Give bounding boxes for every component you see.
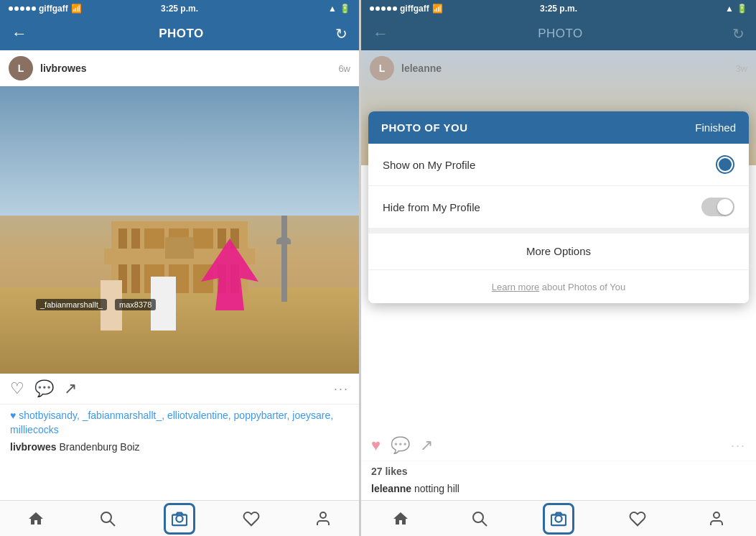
comment-icon-right[interactable]: 💬 — [391, 436, 410, 455]
nav-bar-right: ← PHOTO ↻ — [361, 17, 756, 50]
post-username-left[interactable]: livbrowes — [40, 63, 331, 74]
learn-more-link[interactable]: Learn more — [492, 282, 539, 292]
time-display: 3:25 p.m. — [161, 4, 198, 14]
modal-header: PHOTO OF YOU Finished — [368, 111, 749, 144]
lamp-head — [276, 237, 291, 244]
nav-profile-left[interactable] — [307, 503, 339, 535]
battery-icon: 🔋 — [340, 4, 350, 14]
caption-username-right[interactable]: leleanne — [371, 483, 411, 494]
carrier-label: giffgaff — [39, 4, 68, 14]
comment-icon[interactable]: 💬 — [34, 379, 54, 398]
finished-button[interactable]: Finished — [695, 121, 736, 134]
lamp-post — [281, 216, 287, 302]
preview-username[interactable]: leleanne — [401, 63, 728, 74]
nav-camera-left[interactable] — [164, 503, 195, 535]
learn-more-text: Learn more about Photos of You — [492, 282, 625, 292]
caption-username[interactable]: livbrowes — [10, 441, 57, 453]
right-phone: giffgaff 📶 3:25 p.m. ▲ 🔋 ← PHOTO ↻ L lel… — [359, 0, 756, 536]
svg-line-2 — [110, 521, 115, 526]
nav-activity-right[interactable] — [622, 503, 653, 535]
preview-header: L leleanne 3w — [361, 50, 756, 86]
hide-from-profile-toggle[interactable] — [701, 198, 734, 216]
more-icon-right[interactable]: ··· — [731, 438, 746, 453]
svg-line-7 — [482, 521, 487, 526]
share-icon[interactable]: ↗ — [64, 379, 77, 398]
bottom-nav-right — [361, 500, 756, 536]
photo-of-you-modal: PHOTO OF YOU Finished Show on My Profile… — [368, 111, 749, 303]
nav-camera-right[interactable] — [543, 503, 574, 535]
wifi-icon-right: 📶 — [432, 4, 443, 14]
nav-title-right: PHOTO — [538, 27, 583, 41]
nav-search-left[interactable] — [92, 503, 123, 535]
svg-point-8 — [555, 515, 561, 522]
nav-bar-left: ← PHOTO ↻ — [0, 17, 359, 50]
nav-home-right[interactable] — [385, 503, 416, 535]
location-icon-right: ▲ — [725, 4, 734, 14]
svg-rect-9 — [551, 514, 566, 525]
refresh-icon-right[interactable]: ↻ — [732, 25, 745, 42]
action-bar-left: ♡ 💬 ↗ ··· — [0, 374, 359, 405]
more-options-label: More Options — [526, 245, 591, 257]
back-button[interactable]: ← — [11, 24, 27, 43]
nav-search-right[interactable] — [464, 503, 495, 535]
show-on-profile-label: Show on My Profile — [383, 159, 475, 171]
carrier-label-right: giffgaff — [400, 4, 429, 14]
hide-from-profile-option[interactable]: Hide from My Profile — [368, 185, 749, 228]
likes-count: 27 likes — [371, 466, 408, 477]
time-display-right: 3:25 p.m. — [540, 4, 577, 14]
svg-point-5 — [320, 512, 326, 518]
modal-title: PHOTO OF YOU — [381, 121, 467, 134]
signal-dots — [9, 6, 36, 11]
modal-divider — [368, 228, 749, 234]
toggle-thumb — [717, 199, 733, 215]
status-bar-left: giffgaff 📶 3:25 p.m. ▲ 🔋 — [0, 0, 359, 17]
refresh-icon[interactable]: ↻ — [335, 25, 347, 42]
nav-profile-right[interactable] — [701, 503, 732, 535]
preview-time: 3w — [735, 63, 747, 74]
svg-point-3 — [176, 515, 182, 522]
location-icon: ▲ — [328, 4, 337, 14]
nav-title-left: PHOTO — [159, 27, 204, 41]
svg-point-6 — [473, 512, 483, 522]
status-bar-right: giffgaff 📶 3:25 p.m. ▲ 🔋 — [361, 0, 756, 17]
caption-text-right: notting hill — [414, 483, 459, 494]
wifi-icon: 📶 — [71, 4, 82, 14]
radio-inner-selected — [719, 158, 732, 171]
sky-bg — [0, 86, 359, 216]
learn-more-section: Learn more about Photos of You — [368, 269, 749, 303]
post-header-left: L livbrowes 6w — [0, 50, 359, 86]
back-button-right[interactable]: ← — [373, 24, 388, 43]
like-icon-right[interactable]: ♥ — [371, 436, 381, 455]
show-on-profile-radio[interactable] — [716, 155, 734, 174]
learn-more-suffix: about Photos of You — [539, 282, 625, 292]
more-options-button[interactable]: More Options — [368, 234, 749, 269]
quadriga — [165, 237, 194, 259]
post-time-left: 6w — [338, 63, 350, 74]
action-bar-right: ♥ 💬 ↗ ··· — [361, 430, 756, 461]
battery-icon-right: 🔋 — [737, 4, 747, 14]
nav-activity-left[interactable] — [235, 503, 267, 535]
svg-point-1 — [101, 512, 111, 522]
tag-label-1[interactable]: _fabianmarshallt_ — [36, 299, 107, 310]
avatar-right[interactable]: L — [370, 56, 394, 80]
more-icon[interactable]: ··· — [334, 382, 349, 397]
tag-label-2[interactable]: max8378 — [115, 299, 156, 310]
show-on-profile-option[interactable]: Show on My Profile — [368, 144, 749, 185]
signal-dots-right — [370, 6, 397, 11]
post-image-left: _fabianmarshallt_ max8378 — [0, 86, 359, 374]
svg-point-10 — [714, 512, 719, 518]
like-icon[interactable]: ♡ — [10, 379, 24, 398]
nav-home-left[interactable] — [20, 503, 52, 535]
modal-body: Show on My Profile Hide from My Profile — [368, 144, 749, 303]
post-caption: livbrowes Brandenburg Boiz — [0, 440, 359, 458]
likes-row: 27 likes — [361, 461, 756, 481]
caption-text: Brandenburg Boiz — [59, 441, 139, 453]
share-icon-right[interactable]: ↗ — [420, 436, 433, 455]
hide-from-profile-label: Hide from My Profile — [383, 201, 480, 213]
svg-rect-4 — [172, 514, 187, 525]
avatar-left[interactable]: L — [9, 56, 33, 80]
caption-row-right: leleanne notting hill — [361, 481, 756, 500]
post-tags: ♥ shotbyisandy, _fabianmarshallt_, ellio… — [0, 405, 359, 440]
bottom-nav-left — [0, 500, 359, 536]
left-phone: giffgaff 📶 3:25 p.m. ▲ 🔋 ← PHOTO ↻ L liv… — [0, 0, 359, 536]
